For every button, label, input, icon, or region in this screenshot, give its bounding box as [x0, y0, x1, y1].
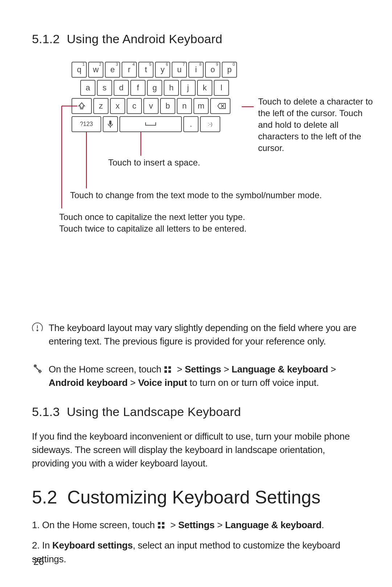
key-z: z [93, 98, 109, 114]
txt: Language & keyboard [232, 364, 328, 375]
heading-text: Using the Android Keyboard [67, 32, 222, 46]
key-t: t5 [138, 62, 154, 78]
heading-number: 5.2 [32, 487, 57, 507]
key-y: y6 [155, 62, 170, 78]
label-symbols: Touch to change from the text mode to th… [70, 189, 368, 201]
apps-icon [164, 366, 172, 374]
info-note-text: The keyboard layout may vary slightly de… [49, 321, 359, 348]
key-i: i8 [188, 62, 204, 78]
key-r: r4 [122, 62, 137, 78]
key-h: h [164, 80, 179, 96]
txt: On the Home screen, touch [49, 364, 164, 375]
heading-number: 5.1.2 [32, 32, 60, 46]
svg-point-11 [37, 330, 38, 331]
svg-rect-18 [162, 522, 164, 525]
key-x: x [110, 98, 125, 114]
key-f: f [130, 80, 146, 96]
key-period: . [183, 116, 199, 132]
key-a: a [80, 80, 95, 96]
svg-rect-20 [162, 526, 164, 529]
key-s: s [97, 80, 112, 96]
key-l: l [214, 80, 229, 96]
caution-icon [32, 322, 44, 348]
heading-5-2: 5.2 Customizing Keyboard Settings [32, 487, 359, 508]
txt: Settings [178, 519, 215, 530]
keyboard-row-2: asdfghjkl [79, 79, 371, 97]
key-u: u7 [172, 62, 187, 78]
txt: Keyboard settings [52, 540, 133, 551]
info-note-keyboard-varies: The keyboard layout may vary slightly de… [32, 321, 359, 348]
heading-text: Using the Landscape Keyboard [67, 405, 241, 419]
key-v: v [143, 98, 159, 114]
key-mic [103, 116, 118, 132]
heading-number: 5.1.3 [32, 405, 60, 419]
keyboard-figure: q1w2e3r4t5y6u7i8o9p0 asdfghjkl zxcvbnm ?… [45, 61, 371, 311]
key-q: q1 [72, 62, 87, 78]
svg-rect-19 [158, 526, 160, 529]
svg-point-12 [34, 364, 37, 367]
label-shift-line2: Touch twice to capitalize all letters to… [59, 224, 246, 233]
key-symbols: ?123 [72, 116, 101, 132]
txt: Language & keyboard [225, 519, 322, 530]
label-shift-line1: Touch once to capitalize the next letter… [59, 212, 245, 222]
step-2: 2. In Keyboard settings, select an input… [32, 538, 359, 566]
key-m: m [193, 98, 209, 114]
svg-rect-17 [158, 522, 160, 525]
key-n: n [177, 98, 192, 114]
txt: to turn on or turn off voice input. [187, 377, 319, 388]
key-shift [72, 98, 92, 114]
svg-rect-14 [168, 366, 171, 369]
svg-rect-13 [164, 366, 167, 369]
key-b: b [160, 98, 175, 114]
txt: Android keyboard [49, 377, 128, 388]
keyboard-row-1: q1w2e3r4t5y6u7i8o9p0 [71, 61, 371, 79]
key-e: e3 [105, 62, 120, 78]
key-j: j [180, 80, 196, 96]
tip-note-voice-input: On the Home screen, touch > Settings > L… [32, 363, 359, 390]
key-tip-icon [32, 363, 44, 390]
key-p: p0 [222, 62, 237, 78]
txt: 2. In [32, 540, 52, 551]
svg-rect-3 [109, 121, 111, 125]
key-o: o9 [205, 62, 220, 78]
heading-text: Customizing Keyboard Settings [67, 487, 320, 507]
page-number: 26 [33, 556, 44, 567]
heading-5-1-3: 5.1.3 Using the Landscape Keyboard [32, 405, 359, 419]
key-backspace [210, 98, 230, 114]
key-w: w2 [88, 62, 103, 78]
step-1: 1. On the Home screen, touch > Settings … [32, 518, 359, 532]
svg-rect-15 [164, 370, 167, 373]
label-shift: Touch once to capitalize the next letter… [59, 211, 346, 235]
key-smiley: :-) [200, 116, 220, 132]
apps-icon [157, 521, 165, 529]
label-delete: Touch to delete a character to the left … [258, 96, 374, 154]
heading-5-1-2: 5.1.2 Using the Android Keyboard [32, 32, 359, 46]
key-d: d [114, 80, 129, 96]
paragraph-5-1-3: If you find the keyboard inconvenient or… [32, 430, 359, 470]
key-g: g [147, 80, 162, 96]
txt: Settings [185, 364, 221, 375]
key-k: k [197, 80, 212, 96]
key-space [119, 116, 182, 132]
label-space: Touch to insert a space. [108, 157, 200, 168]
svg-rect-16 [168, 370, 171, 373]
txt: 1. On the Home screen, touch [32, 519, 157, 530]
page-root: 5.1.2 Using the Android Keyboard q1w2e3r… [0, 0, 392, 587]
txt: Voice input [138, 377, 187, 388]
key-c: c [127, 98, 142, 114]
tip-note-text: On the Home screen, touch > Settings > L… [49, 363, 359, 390]
